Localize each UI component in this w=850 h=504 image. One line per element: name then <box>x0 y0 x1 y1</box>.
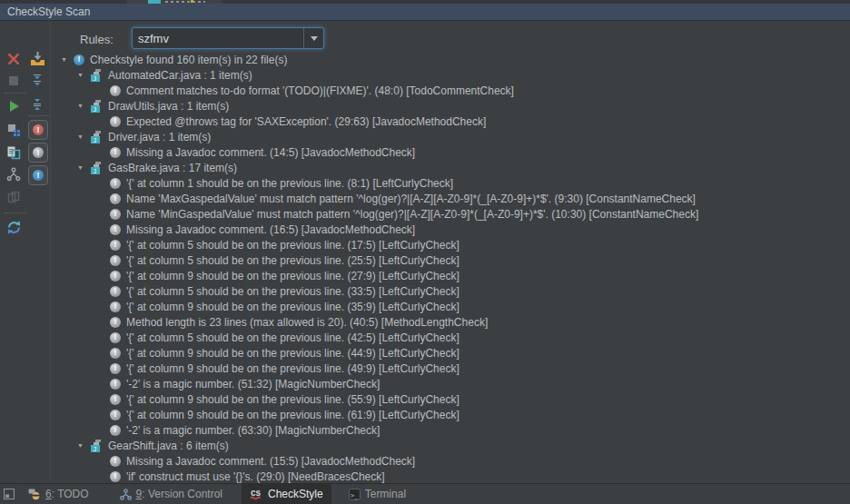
tree-file-label: AutomatedCar.java : 1 item(s) <box>108 69 252 82</box>
violation-message: Name 'MaxGaspedalValue' must match patte… <box>126 193 696 205</box>
todo-icon <box>28 489 41 500</box>
violation-message: '{' at column 9 should be on the previou… <box>126 301 460 313</box>
java-file-icon: J <box>90 69 103 82</box>
svg-text:J: J <box>93 445 96 451</box>
stop-icon[interactable] <box>5 73 22 89</box>
chevron-down-icon[interactable]: ▼ <box>59 56 74 63</box>
tree-violation-row[interactable]: Comment matches to-do format '(TODO)|(FI… <box>52 83 850 98</box>
tree-violation-row[interactable]: '{' at column 5 should be on the previou… <box>52 237 850 252</box>
tree-file-label: Driver.java : 1 item(s) <box>108 131 211 143</box>
chevron-down-icon[interactable]: ▼ <box>75 133 90 140</box>
tree-violation-row[interactable]: Name 'MinGaspedalValue' must match patte… <box>52 206 850 222</box>
import-rules-icon[interactable] <box>29 50 45 66</box>
tree-root-label: Checkstyle found 160 item(s) in 22 file(… <box>90 54 287 66</box>
bottom-tab-terminal[interactable]: >_Terminal <box>341 484 414 504</box>
tree-file-row[interactable]: ▼JDrawUtils.java : 1 item(s) <box>52 98 850 114</box>
tool-window-header[interactable]: CheckStyle Scan <box>0 4 850 21</box>
bottom-tab-versioncontrol[interactable]: 9: Version Control <box>112 484 231 504</box>
tree-file-row[interactable]: ▼JGasBrake.java : 17 item(s) <box>52 160 850 175</box>
violation-message: Name 'MinGaspedalValue' must match patte… <box>126 208 698 221</box>
violation-message: '{' at column 5 should be on the previou… <box>126 285 460 298</box>
close-icon[interactable] <box>5 51 22 67</box>
rules-label: Rules: <box>80 33 114 46</box>
modules-icon[interactable] <box>5 122 22 138</box>
fork-icon[interactable] <box>5 166 22 183</box>
svg-text:>_: >_ <box>351 491 359 499</box>
tree-violation-row[interactable]: '{' at column 5 should be on the previou… <box>52 252 850 268</box>
warning-ball-icon <box>110 317 121 328</box>
tree-violation-row[interactable]: '{' at column 5 should be on the previou… <box>52 330 850 345</box>
tree-violation-row[interactable]: '{' at column 9 should be on the previou… <box>52 299 850 314</box>
tree-file-row[interactable]: ▼JAutomatedCar.java : 1 item(s) <box>52 67 850 83</box>
rules-combobox[interactable] <box>132 27 324 49</box>
warning-ball-icon <box>110 394 121 405</box>
warning-ball-icon <box>110 116 121 127</box>
violation-message: '{' at column 5 should be on the previou… <box>126 239 460 252</box>
warning-ball-icon <box>110 332 121 343</box>
tree-violation-row[interactable]: '{' at column 9 should be on the previou… <box>52 391 850 407</box>
tree-violation-row[interactable]: '{' at column 9 should be on the previou… <box>52 407 850 422</box>
rules-combobox-input[interactable] <box>133 28 303 48</box>
warning-ball-icon <box>110 301 121 312</box>
tree-violation-row[interactable]: Method length is 23 lines (max allowed i… <box>52 314 850 330</box>
java-file-icon: J <box>90 131 103 143</box>
filter-info-button[interactable] <box>28 165 48 185</box>
tree-violation-row[interactable]: Missing a Javadoc comment. (16:5) [Javad… <box>52 222 850 237</box>
violation-message: '{' at column 9 should be on the previou… <box>126 347 460 360</box>
java-file-icon: J <box>90 440 103 452</box>
tree-root-row[interactable]: ▼ Checkstyle found 160 item(s) in 22 fil… <box>52 52 850 67</box>
warning-ball-icon <box>110 363 121 374</box>
tree-violation-row[interactable]: '{' at column 9 should be on the previou… <box>52 268 850 283</box>
tree-violation-row[interactable]: Missing a Javadoc comment. (14:5) [Javad… <box>52 144 850 160</box>
violation-message: Comment matches to-do format '(TODO)|(FI… <box>126 84 514 97</box>
refresh-icon[interactable] <box>5 219 22 235</box>
warning-ball-icon <box>110 255 121 266</box>
chevron-down-icon[interactable]: ▼ <box>75 164 90 171</box>
filter-errors-button[interactable] <box>28 120 48 140</box>
tool-window-bar: 6: TODO9: Version ControlcsCheckStyle>_T… <box>0 483 850 504</box>
tree-violation-row[interactable]: Name 'MaxGaspedalValue' must match patte… <box>52 191 850 206</box>
tree-violation-row[interactable]: '-2' is a magic number. (51:32) [MagicNu… <box>52 376 850 391</box>
violation-message: '{' at column 9 should be on the previou… <box>126 362 460 375</box>
warning-ball-icon <box>110 348 121 359</box>
chevron-down-icon <box>311 36 318 41</box>
svg-text:J: J <box>93 74 96 81</box>
violation-message: 'if' construct must use '{}'s. (29:0) [N… <box>126 470 385 483</box>
tree-violation-row[interactable]: '{' at column 1 should be on the previou… <box>52 175 850 191</box>
tree-file-row[interactable]: ▼JGearShift.java : 6 item(s) <box>52 438 850 453</box>
warning-ball-icon <box>110 147 121 158</box>
checkstyle-icon: cs <box>250 488 263 500</box>
combobox-dropdown-button[interactable] <box>303 28 323 48</box>
tree-violation-row[interactable]: '-2' is a magic number. (63:30) [MagicNu… <box>52 422 850 438</box>
chevron-down-icon[interactable]: ▼ <box>75 442 90 449</box>
tool-window-switcher-icon[interactable] <box>4 484 15 504</box>
chevron-down-icon[interactable]: ▼ <box>75 72 90 78</box>
warning-ball-icon <box>110 456 121 467</box>
violation-message: Method length is 23 lines (max allowed i… <box>126 316 488 329</box>
violation-message: '{' at column 1 should be on the previou… <box>126 177 453 190</box>
filter-warnings-button[interactable] <box>28 143 48 163</box>
collapse-all-icon[interactable] <box>29 96 45 113</box>
warning-ball-icon <box>110 178 121 189</box>
warning-ball-icon <box>110 410 121 420</box>
play-icon[interactable] <box>5 98 22 114</box>
tree-violation-row[interactable]: Missing a Javadoc comment. (15:5) [Javad… <box>52 453 850 469</box>
bottom-tab-todo[interactable]: 6: TODO <box>20 484 97 504</box>
tree-violation-row[interactable]: '{' at column 5 should be on the previou… <box>52 283 850 299</box>
tree-violation-row[interactable]: 'if' construct must use '{}'s. (29:0) [N… <box>52 469 850 483</box>
tree-violation-row[interactable]: '{' at column 9 should be on the previou… <box>52 361 850 376</box>
compare-icon[interactable] <box>5 189 22 205</box>
violation-message: '{' at column 9 should be on the previou… <box>126 409 460 421</box>
bottom-tab-checkstyle[interactable]: csCheckStyle <box>242 484 331 504</box>
warning-ball-icon <box>110 379 121 390</box>
tree-violation-row[interactable]: '{' at column 9 should be on the previou… <box>52 345 850 361</box>
tool-window-title: CheckStyle Scan <box>0 5 90 18</box>
tree-violation-row[interactable]: Expected @throws tag for 'SAXException'.… <box>52 114 850 129</box>
chevron-down-icon[interactable]: ▼ <box>75 103 90 109</box>
tree-file-row[interactable]: ▼JDriver.java : 1 item(s) <box>52 129 850 144</box>
expand-all-icon[interactable] <box>29 72 45 88</box>
open-source-icon[interactable] <box>5 144 22 161</box>
warning-ball-icon <box>110 286 121 297</box>
svg-text:J: J <box>93 136 96 143</box>
warning-ball-icon <box>110 193 121 204</box>
